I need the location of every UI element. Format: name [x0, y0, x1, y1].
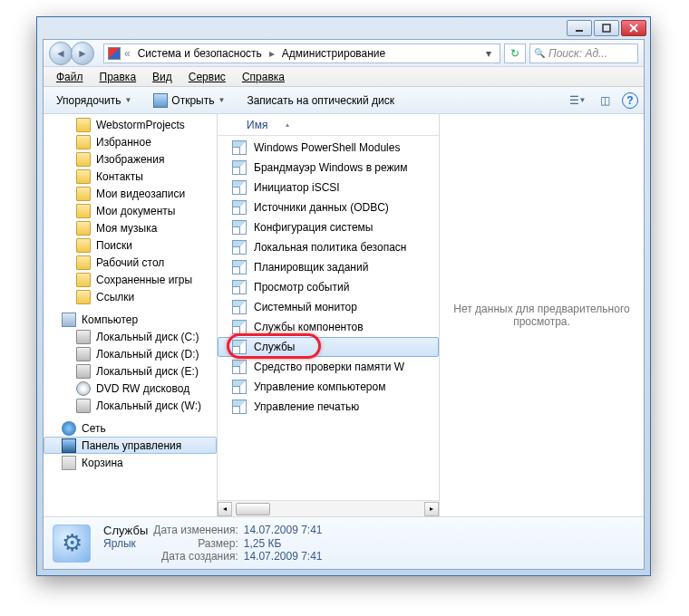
- nav-item-label: Локальный диск (W:): [96, 399, 201, 412]
- shortcut-icon: [232, 300, 247, 314]
- nav-item[interactable]: Панель управления: [44, 437, 217, 454]
- details-modified-label: Дата изменения:: [153, 524, 238, 537]
- preview-pane-button[interactable]: ◫: [595, 91, 615, 111]
- preview-pane: Нет данных для предварительного просмотр…: [440, 114, 644, 516]
- file-list: Windows PowerShell ModulesБрандмауэр Win…: [218, 136, 439, 500]
- nav-item[interactable]: Компьютер: [44, 311, 217, 328]
- menu-view[interactable]: Вид: [145, 69, 180, 85]
- nav-item[interactable]: Изображения: [44, 150, 217, 168]
- nav-item[interactable]: Моя музыка: [44, 219, 217, 236]
- nav-item[interactable]: Локальный диск (W:): [44, 397, 217, 414]
- nav-item[interactable]: Поиски: [44, 236, 217, 254]
- scroll-track[interactable]: [232, 502, 424, 516]
- nav-item[interactable]: Мои видеозаписи: [44, 185, 217, 202]
- scroll-left-button[interactable]: ◂: [218, 502, 232, 516]
- details-size-label: Размер:: [153, 537, 238, 550]
- titlebar: [37, 17, 650, 39]
- breadcrumb-root[interactable]: Система и безопасность: [134, 45, 266, 62]
- shortcut-icon: [232, 380, 247, 394]
- nav-item-label: Корзина: [82, 457, 123, 469]
- nav-item[interactable]: DVD RW дисковод: [44, 380, 217, 397]
- file-item[interactable]: Просмотр событий: [218, 277, 439, 297]
- nav-item[interactable]: Сеть: [44, 419, 217, 437]
- file-item[interactable]: Локальная политика безопасн: [218, 237, 439, 257]
- file-item[interactable]: Системный монитор: [218, 297, 439, 317]
- refresh-button[interactable]: ↻: [504, 43, 526, 63]
- shortcut-icon: [232, 399, 247, 414]
- file-item[interactable]: Инициатор iSCSI: [218, 178, 439, 197]
- view-mode-button[interactable]: ☰ ▼: [568, 91, 587, 111]
- burn-button[interactable]: Записать на оптический диск: [239, 91, 402, 110]
- file-item[interactable]: Брандмауэр Windows в режим: [218, 158, 439, 178]
- file-item-label: Управление компьютером: [254, 380, 385, 393]
- body: WebstormProjectsИзбранноеИзображенияКонт…: [44, 114, 644, 516]
- file-item[interactable]: Управление печатью: [218, 397, 439, 417]
- nav-item-label: Компьютер: [82, 313, 138, 326]
- menu-edit[interactable]: Правка: [92, 69, 144, 85]
- preview-empty-text: Нет данных для предварительного просмотр…: [449, 303, 635, 328]
- svg-rect-1: [603, 24, 610, 32]
- close-button[interactable]: [621, 20, 646, 36]
- folder-icon: [76, 204, 91, 218]
- details-size-value: 1,25 КБ: [244, 537, 323, 550]
- file-item-label: Брандмауэр Windows в режим: [254, 161, 408, 174]
- shortcut-icon: [232, 240, 247, 255]
- file-item-label: Локальная политика безопасн: [254, 241, 406, 254]
- menu-tools[interactable]: Сервис: [181, 69, 233, 85]
- address-bar[interactable]: « Система и безопасность ▸ Администриров…: [103, 43, 500, 63]
- nav-item[interactable]: Избранное: [44, 133, 217, 150]
- maximize-button[interactable]: [594, 20, 619, 36]
- folder-icon: [76, 221, 91, 236]
- file-item-label: Системный монитор: [254, 301, 357, 313]
- folder-icon: [76, 135, 91, 149]
- nav-item[interactable]: Локальный диск (C:): [44, 328, 217, 345]
- breadcrumb-chev: «: [124, 47, 131, 60]
- file-item-label: Планировщик заданий: [254, 261, 368, 274]
- nav-item[interactable]: Рабочий стол: [44, 254, 217, 271]
- file-item-label: Инициатор iSCSI: [254, 181, 340, 194]
- file-item[interactable]: Конфигурация системы: [218, 217, 439, 237]
- nav-item[interactable]: Мои документы: [44, 202, 217, 219]
- file-item[interactable]: Планировщик заданий: [218, 257, 439, 277]
- file-item[interactable]: Службы компонентов: [218, 317, 439, 337]
- organize-button[interactable]: Упорядочить▼: [49, 91, 139, 110]
- shortcut-icon: [232, 220, 247, 235]
- nav-item[interactable]: Контакты: [44, 168, 217, 185]
- breadcrumb-current[interactable]: Администрирование: [278, 45, 389, 62]
- menu-file[interactable]: Файл: [49, 69, 91, 85]
- bin-icon: [62, 456, 76, 470]
- scroll-thumb[interactable]: [236, 503, 270, 515]
- address-dropdown[interactable]: ▾: [481, 47, 496, 60]
- scroll-right-button[interactable]: ▸: [424, 502, 439, 516]
- forward-button[interactable]: ►: [71, 42, 94, 65]
- nav-item-label: Мои видеозаписи: [96, 188, 185, 200]
- file-item[interactable]: Управление компьютером: [218, 377, 439, 397]
- horizontal-scrollbar[interactable]: ◂ ▸: [218, 500, 439, 516]
- nav-item-label: Избранное: [96, 136, 151, 149]
- nav-item[interactable]: Сохраненные игры: [44, 271, 217, 288]
- folder-icon: [76, 169, 91, 184]
- folder-icon: [76, 255, 91, 270]
- file-item[interactable]: Источники данных (ODBC): [218, 197, 439, 217]
- file-item[interactable]: Средство проверки памяти W: [218, 357, 439, 377]
- folder-icon: [76, 290, 91, 304]
- nav-item[interactable]: Корзина: [44, 454, 217, 471]
- net-icon: [62, 421, 76, 436]
- search-input[interactable]: Поиск: Ад...: [529, 43, 638, 63]
- nav-item-label: Ссылки: [96, 291, 134, 303]
- details-type: Ярлык: [103, 537, 148, 550]
- nav-item[interactable]: Локальный диск (D:): [44, 345, 217, 362]
- help-button[interactable]: ?: [622, 92, 638, 109]
- shortcut-icon: [232, 340, 247, 354]
- menu-help[interactable]: Справка: [235, 69, 292, 85]
- nav-item[interactable]: WebstormProjects: [44, 116, 217, 133]
- nav-item[interactable]: Локальный диск (E:): [44, 362, 217, 380]
- minimize-button[interactable]: [567, 20, 592, 36]
- file-item[interactable]: Windows PowerShell Modules: [218, 138, 439, 158]
- open-button[interactable]: Открыть▼: [146, 91, 232, 111]
- file-item[interactable]: Службы: [218, 337, 439, 357]
- nav-item[interactable]: Ссылки: [44, 288, 217, 305]
- column-header-name[interactable]: Имя▴: [218, 114, 439, 136]
- shortcut-icon: [232, 260, 247, 274]
- back-button[interactable]: ◄: [49, 42, 73, 65]
